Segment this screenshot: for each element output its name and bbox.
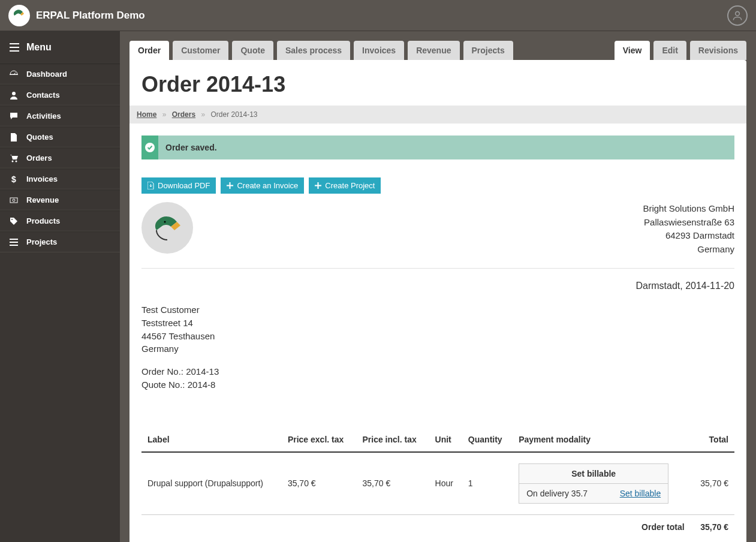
tab-edit[interactable]: Edit bbox=[653, 41, 686, 60]
action-buttons: Download PDF Create an Invoice Create Pr… bbox=[141, 177, 734, 194]
col-price-incl: Price incl. tax bbox=[356, 427, 429, 452]
tab-revenue[interactable]: Revenue bbox=[408, 41, 459, 60]
comment-icon bbox=[10, 112, 19, 121]
sidebar: Menu DashboardContactsActivitiesQuotesOr… bbox=[0, 31, 120, 542]
create-invoice-button[interactable]: Create an Invoice bbox=[221, 177, 304, 194]
order-meta: Order No.: 2014-13 Quote No.: 2014-8 bbox=[141, 365, 734, 392]
breadcrumb: Home » Orders » Order 2014-13 bbox=[129, 106, 746, 124]
file-icon bbox=[147, 182, 154, 189]
sidebar-item-quotes[interactable]: Quotes bbox=[0, 127, 120, 147]
logo-wrap[interactable]: ERPAL Platform Demo bbox=[8, 5, 145, 26]
svg-rect-14 bbox=[10, 245, 18, 246]
cell-qty: 1 bbox=[462, 452, 513, 515]
svg-point-5 bbox=[12, 92, 16, 95]
sidebar-item-dashboard[interactable]: Dashboard bbox=[0, 64, 120, 85]
col-unit: Unit bbox=[429, 427, 462, 452]
breadcrumb-current: Order 2014-13 bbox=[210, 110, 257, 119]
cell-label: Drupal support (Drupalsupport) bbox=[141, 452, 282, 515]
divider bbox=[141, 268, 734, 269]
svg-text:$: $ bbox=[11, 175, 16, 183]
sidebar-item-label: Revenue bbox=[26, 195, 59, 204]
svg-point-10 bbox=[13, 199, 15, 201]
svg-point-6 bbox=[12, 160, 14, 162]
sidebar-item-label: Invoices bbox=[26, 174, 58, 183]
list-icon bbox=[10, 238, 19, 246]
tab-sales-process[interactable]: Sales process bbox=[277, 41, 350, 60]
money-icon bbox=[10, 196, 19, 204]
cell-total: 35,70 € bbox=[691, 452, 734, 515]
sidebar-item-projects[interactable]: Projects bbox=[0, 231, 120, 252]
file-icon bbox=[10, 133, 19, 141]
sidebar-item-label: Orders bbox=[26, 153, 52, 162]
order-total-label: Order total bbox=[513, 514, 691, 542]
table-header-row: Label Price excl. tax Price incl. tax Un… bbox=[141, 427, 734, 452]
svg-point-16 bbox=[164, 221, 166, 223]
svg-rect-1 bbox=[10, 43, 19, 44]
sidebar-item-revenue[interactable]: Revenue bbox=[0, 189, 120, 210]
dashboard-icon bbox=[10, 70, 19, 79]
sidebar-item-activities[interactable]: Activities bbox=[0, 106, 120, 127]
company-logo-icon bbox=[141, 202, 193, 254]
download-pdf-button[interactable]: Download PDF bbox=[141, 177, 216, 194]
pm-desc: On delivery 35.7 bbox=[526, 489, 620, 498]
create-project-button[interactable]: Create Project bbox=[309, 177, 381, 194]
breadcrumb-orders[interactable]: Orders bbox=[172, 110, 195, 119]
site-title: ERPAL Platform Demo bbox=[36, 10, 145, 22]
tab-projects[interactable]: Projects bbox=[463, 41, 513, 60]
sidebar-item-label: Activities bbox=[26, 112, 61, 121]
tab-customer[interactable]: Customer bbox=[173, 41, 228, 60]
cell-payment: Set billableOn delivery 35.7Set billable bbox=[513, 452, 691, 515]
sidebar-item-orders[interactable]: Orders bbox=[0, 147, 120, 168]
col-total: Total bbox=[691, 427, 734, 452]
plus-icon bbox=[315, 182, 321, 189]
tab-quote[interactable]: Quote bbox=[232, 41, 273, 60]
customer-address: Test Customer Teststreet 14 44567 Testha… bbox=[141, 303, 734, 356]
status-text: Order saved. bbox=[165, 143, 217, 152]
tab-view[interactable]: View bbox=[615, 41, 650, 60]
cell-price-excl: 35,70 € bbox=[282, 452, 357, 515]
page-title: Order 2014-13 bbox=[141, 72, 734, 97]
svg-point-11 bbox=[11, 219, 13, 220]
menu-label: Menu bbox=[26, 42, 52, 53]
sidebar-item-label: Quotes bbox=[26, 133, 53, 141]
dollar-icon: $ bbox=[10, 175, 19, 183]
svg-rect-2 bbox=[10, 47, 19, 48]
sidebar-item-contacts[interactable]: Contacts bbox=[0, 85, 120, 106]
col-price-excl: Price excl. tax bbox=[282, 427, 357, 452]
table-row: Drupal support (Drupalsupport)35,70 €35,… bbox=[141, 452, 734, 515]
user-avatar-icon[interactable] bbox=[727, 5, 748, 26]
svg-rect-12 bbox=[10, 239, 18, 240]
tab-revisions[interactable]: Revisions bbox=[690, 41, 746, 60]
svg-rect-9 bbox=[10, 198, 17, 203]
main-panel: Order 2014-13 Home » Orders » Order 2014… bbox=[129, 60, 746, 542]
menu-toggle[interactable]: Menu bbox=[0, 31, 120, 64]
svg-point-0 bbox=[736, 11, 740, 16]
breadcrumb-home[interactable]: Home bbox=[137, 110, 156, 119]
order-date: Darmstadt, 2014-11-20 bbox=[141, 281, 734, 291]
status-message: Order saved. bbox=[141, 136, 734, 159]
tab-order[interactable]: Order bbox=[129, 41, 169, 60]
sidebar-item-invoices[interactable]: $Invoices bbox=[0, 168, 120, 189]
set-billable-link[interactable]: Set billable bbox=[620, 489, 661, 498]
svg-point-7 bbox=[16, 160, 17, 162]
line-items-table: Label Price excl. tax Price incl. tax Un… bbox=[141, 427, 734, 543]
sidebar-item-label: Contacts bbox=[26, 91, 60, 100]
col-qty: Quantity bbox=[462, 427, 513, 452]
svg-rect-4 bbox=[10, 74, 18, 75]
tag-icon bbox=[10, 217, 19, 225]
tab-invoices[interactable]: Invoices bbox=[354, 41, 404, 60]
sidebar-item-products[interactable]: Products bbox=[0, 210, 120, 231]
check-circle-icon bbox=[145, 143, 155, 152]
col-payment: Payment modality bbox=[513, 427, 691, 452]
svg-rect-13 bbox=[10, 242, 18, 243]
pm-head: Set billable bbox=[519, 464, 668, 484]
topbar: ERPAL Platform Demo bbox=[0, 0, 756, 31]
logo-icon bbox=[8, 5, 30, 26]
col-label: Label bbox=[141, 427, 282, 452]
cell-unit: Hour bbox=[429, 452, 462, 515]
tabs-row: OrderCustomerQuoteSales processInvoicesR… bbox=[129, 41, 746, 60]
hamburger-icon bbox=[10, 43, 19, 52]
payment-modality-box: Set billableOn delivery 35.7Set billable bbox=[519, 463, 668, 504]
order-total-value: 35,70 € bbox=[691, 514, 734, 542]
cart-icon bbox=[10, 154, 19, 162]
